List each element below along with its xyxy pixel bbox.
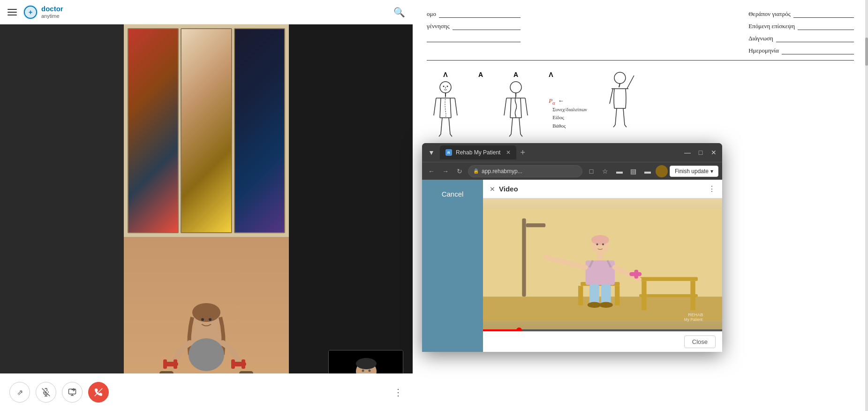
logo-text: doctor anytime — [41, 5, 63, 19]
svg-line-52 — [510, 98, 511, 118]
svg-rect-72 — [522, 219, 526, 297]
close-video-icon[interactable]: ✕ — [490, 185, 495, 193]
logo-icon: + — [23, 4, 38, 20]
svg-point-23 — [369, 370, 371, 372]
lock-icon: 🔒 — [473, 168, 479, 174]
user-avatar-button[interactable] — [656, 165, 668, 177]
svg-line-68 — [625, 125, 626, 127]
bottom-bar: Close — [483, 331, 722, 352]
url-text: app.rehabmyp... — [482, 168, 522, 175]
more-video-options-button[interactable]: ⋮ — [708, 184, 716, 193]
cast-button[interactable]: □ — [585, 165, 597, 177]
browser-tabs: R Rehab My Patient ✕ + — [440, 145, 680, 160]
share-screen-button[interactable] — [62, 382, 83, 403]
browser-content: Cancel ✕ Video ⋮ RMP External Rotation a… — [422, 180, 722, 352]
form-line-diagnosis: Διάγνωση — [748, 34, 854, 42]
svg-rect-83 — [597, 254, 603, 261]
svg-rect-77 — [639, 277, 698, 281]
form-header: ομο γέννησης Θεράπον γιατρός Επόμενη επί — [427, 9, 854, 54]
svg-line-66 — [623, 108, 625, 125]
svg-line-51 — [525, 98, 528, 115]
svg-line-39 — [455, 98, 457, 115]
svg-point-95 — [596, 244, 598, 245]
annotation-block: Pα ← Συνεχ/διαλείπων Είδος Βάθος — [549, 96, 587, 130]
window-close-button[interactable]: ✕ — [709, 148, 718, 157]
exercise-video-content: REHAB My Patient — [483, 198, 722, 331]
svg-line-63 — [610, 89, 613, 104]
window-minimize-button[interactable]: — — [683, 148, 692, 157]
form-line-omo: ομο — [427, 9, 521, 18]
extensions-button[interactable]: ▬ — [613, 165, 626, 177]
svg-point-82 — [591, 235, 609, 245]
svg-line-50 — [504, 98, 506, 115]
svg-line-62 — [627, 76, 634, 89]
window-maximize-button[interactable]: □ — [696, 148, 705, 157]
svg-text:+: + — [29, 8, 32, 16]
body-label-l1: Λ — [443, 71, 447, 78]
close-button[interactable]: Close — [684, 335, 716, 348]
svg-rect-15 — [174, 359, 177, 369]
svg-line-57 — [509, 134, 511, 137]
body-label-a1: Α — [478, 71, 483, 78]
paintings-wall — [124, 24, 289, 237]
video-controls: ⇗ — [0, 373, 413, 411]
tab-close-button[interactable]: ✕ — [506, 149, 511, 156]
app-header: + doctor anytime 🔍 — [0, 0, 413, 24]
svg-line-53 — [521, 98, 521, 118]
end-call-button[interactable] — [88, 382, 109, 403]
form-line-extra — [427, 34, 521, 42]
more-options-button[interactable]: ⋮ — [393, 387, 403, 398]
tab-dropdown-button[interactable]: ▼ — [426, 147, 437, 158]
svg-line-43 — [441, 118, 442, 134]
body-front-column: Λ — [427, 71, 464, 146]
chevron-down-icon: ▾ — [710, 168, 713, 175]
svg-point-11 — [189, 338, 224, 371]
scroll-thumb[interactable] — [865, 38, 868, 66]
body-label-column-a1: Α — [478, 71, 483, 80]
tab-title: Rehab My Patient — [456, 149, 500, 156]
arrow-icon: ← — [558, 97, 564, 104]
address-bar[interactable]: 🔒 app.rehabmyp... — [468, 165, 582, 177]
cancel-sidebar: Cancel — [422, 180, 483, 352]
logo-container: + doctor anytime — [23, 4, 63, 20]
hamburger-icon[interactable] — [8, 9, 17, 15]
svg-point-96 — [602, 244, 604, 245]
svg-line-55 — [511, 118, 513, 134]
svg-point-9 — [201, 318, 204, 321]
svg-rect-80 — [639, 294, 698, 297]
svg-point-92 — [599, 302, 613, 308]
forward-button[interactable]: → — [440, 166, 451, 177]
svg-text:My Patient: My Patient — [684, 317, 703, 322]
svg-point-21 — [356, 358, 377, 369]
expand-button[interactable]: ⇗ — [9, 382, 30, 403]
video-section-title: Video — [499, 185, 518, 193]
back-button[interactable]: ← — [426, 166, 437, 177]
bookmark-button[interactable]: ☆ — [599, 165, 611, 177]
extension2-button[interactable]: ▤ — [627, 165, 640, 177]
p-annotation: Pα — [549, 97, 555, 104]
window-controls: — □ ✕ — [683, 148, 718, 157]
search-icon[interactable]: 🔍 — [393, 7, 405, 18]
tab-favicon: R — [445, 149, 452, 156]
svg-line-58 — [521, 134, 522, 137]
svg-point-59 — [614, 72, 626, 84]
svg-point-34 — [447, 86, 448, 87]
video-progress-fill — [483, 329, 519, 331]
svg-point-10 — [209, 318, 211, 321]
cancel-button[interactable]: Cancel — [436, 187, 469, 201]
mute-button[interactable] — [36, 382, 56, 403]
new-tab-button[interactable]: + — [518, 148, 527, 158]
body-figure-3-column — [601, 71, 639, 137]
extension3-button[interactable]: ▬ — [642, 165, 654, 177]
scrollbar[interactable] — [865, 0, 868, 411]
reload-button[interactable]: ↻ — [454, 166, 465, 177]
finish-update-button[interactable]: Finish update ▾ — [670, 166, 718, 177]
left-panel: + doctor anytime 🔍 — [0, 0, 413, 411]
body-figure-front — [427, 80, 464, 146]
browser-tab-rehab[interactable]: R Rehab My Patient ✕ — [440, 145, 516, 160]
svg-rect-73 — [526, 223, 546, 227]
video-preview: RMP External Rotation and Internal Rotat… — [483, 198, 722, 331]
video-progress-bar[interactable] — [483, 329, 722, 331]
painting-1 — [128, 28, 179, 233]
browser-window: ▼ R Rehab My Patient ✕ + — □ ✕ ← → ↻ 🔒 a… — [422, 143, 722, 352]
